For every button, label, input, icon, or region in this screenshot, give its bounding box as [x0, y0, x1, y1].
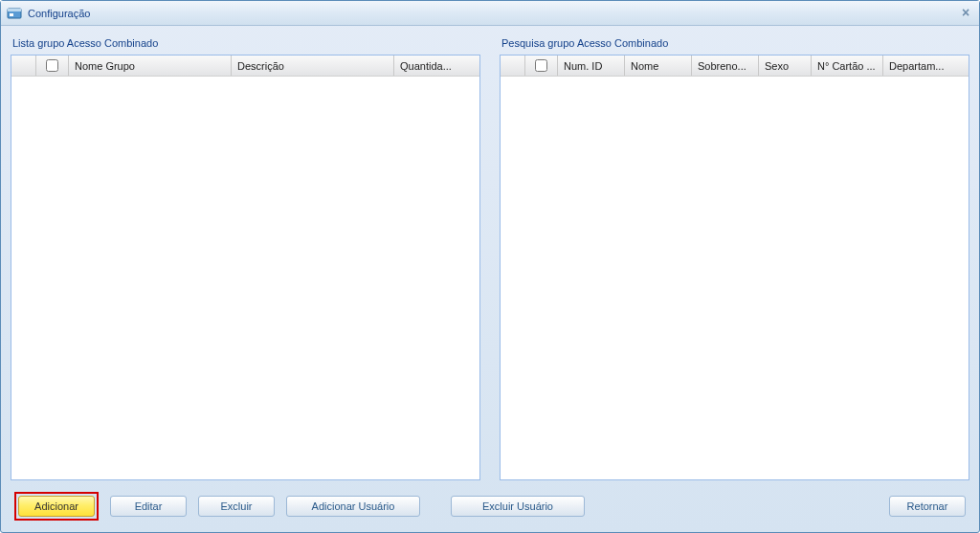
content-area: Lista grupo Acesso Combinado Nome Grupo … — [1, 26, 979, 532]
left-col-descricao[interactable]: Descrição — [232, 56, 394, 76]
left-col-rownum[interactable] — [11, 56, 36, 76]
left-col-quantidade[interactable]: Quantida... — [394, 56, 479, 76]
left-col-nome-grupo[interactable]: Nome Grupo — [69, 56, 232, 76]
adicionar-highlight: Adicionar — [14, 492, 99, 521]
right-select-all-checkbox[interactable] — [535, 59, 547, 72]
right-panel-label: Pesquisa grupo Acesso Combinado — [500, 37, 969, 49]
right-panel: Pesquisa grupo Acesso Combinado Num. ID … — [500, 37, 969, 480]
svg-rect-2 — [10, 13, 13, 16]
adicionar-usuario-button[interactable]: Adicionar Usuário — [286, 496, 420, 517]
right-col-nome[interactable]: Nome — [625, 56, 692, 76]
left-grid-header: Nome Grupo Descrição Quantida... — [11, 56, 479, 77]
close-icon[interactable]: × — [958, 6, 973, 21]
titlebar: Configuração × — [1, 1, 979, 26]
window-title: Configuração — [28, 8, 958, 19]
button-bar: Adicionar Editar Excluir Adicionar Usuár… — [11, 492, 969, 524]
adicionar-button[interactable]: Adicionar — [18, 496, 95, 517]
panels-row: Lista grupo Acesso Combinado Nome Grupo … — [11, 37, 969, 480]
right-grid-header: Num. ID Nome Sobreno... Sexo N° Cartão .… — [501, 56, 969, 77]
left-select-all-checkbox[interactable] — [46, 59, 58, 72]
right-col-departamento[interactable]: Departam... — [883, 56, 969, 76]
app-icon — [7, 6, 22, 21]
retornar-button[interactable]: Retornar — [889, 496, 966, 517]
editar-button[interactable]: Editar — [110, 496, 187, 517]
config-window: Configuração × Lista grupo Acesso Combin… — [0, 0, 980, 533]
right-grid-body[interactable] — [501, 77, 969, 479]
excluir-usuario-button[interactable]: Excluir Usuário — [451, 496, 585, 517]
right-col-cartao[interactable]: N° Cartão ... — [812, 56, 883, 76]
left-panel-label: Lista grupo Acesso Combinado — [11, 37, 480, 49]
left-grid-body[interactable] — [11, 77, 479, 479]
right-grid: Num. ID Nome Sobreno... Sexo N° Cartão .… — [500, 55, 969, 480]
right-col-rownum[interactable] — [501, 56, 525, 76]
right-col-sobrenome[interactable]: Sobreno... — [692, 56, 759, 76]
excluir-button[interactable]: Excluir — [198, 496, 275, 517]
right-col-sexo[interactable]: Sexo — [759, 56, 812, 76]
right-col-num-id[interactable]: Num. ID — [558, 56, 625, 76]
left-panel: Lista grupo Acesso Combinado Nome Grupo … — [11, 37, 480, 480]
left-col-checkbox[interactable] — [36, 56, 69, 76]
left-grid: Nome Grupo Descrição Quantida... — [11, 55, 480, 480]
svg-rect-1 — [8, 9, 21, 11]
right-col-checkbox[interactable] — [525, 56, 558, 76]
